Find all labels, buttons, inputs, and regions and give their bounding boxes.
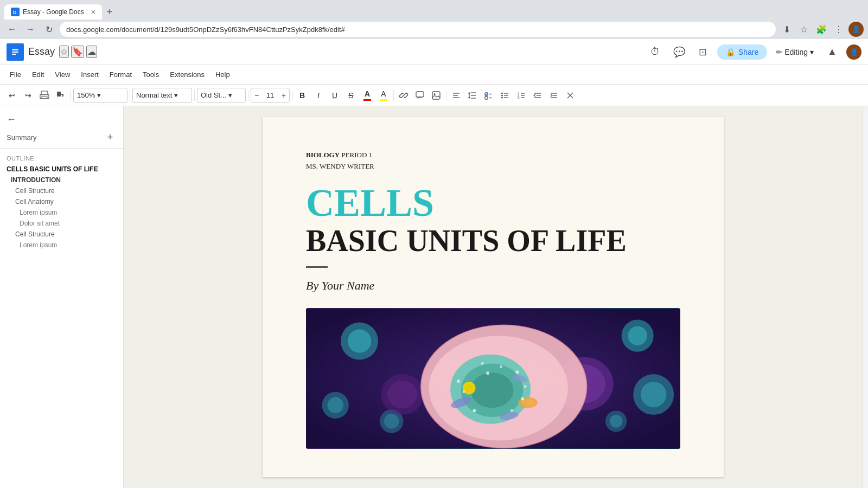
bold-btn[interactable]: B (295, 88, 310, 103)
indent-less-btn[interactable] (530, 88, 545, 103)
indent-more-btn[interactable] (546, 88, 561, 103)
new-tab-btn[interactable]: + (102, 4, 117, 20)
collapse-btn[interactable]: ▲ (822, 42, 842, 62)
outline-item-3[interactable]: Cell Structure (0, 185, 123, 196)
summary-add-btn[interactable]: + (104, 131, 117, 144)
back-nav-btn[interactable]: ← (4, 22, 20, 37)
zoom-selector[interactable]: 150% ▾ (73, 88, 127, 103)
star-btn[interactable]: ☆ (59, 46, 69, 58)
app-bar: Essay ☆ 🔖 ☁ ⏱ 💬 ⊡ 🔒 Share ✏ Editing ▾ ▲ … (0, 39, 868, 65)
outline-item-4[interactable]: Cell Anatomy (0, 196, 123, 207)
highlight-btn[interactable]: A (376, 88, 391, 103)
toolbar: ↩ ↪ 150% ▾ Normal text ▾ Old St... ▾ − 1… (0, 85, 868, 106)
svg-rect-11 (416, 92, 424, 97)
outline-item-1[interactable]: CELLS BASIC UNITS OF LIFE (0, 164, 123, 175)
outline-item-6[interactable]: Dolor sit amet (0, 218, 123, 229)
active-tab[interactable]: D Essay - Google Docs × (4, 4, 102, 20)
svg-point-79 (473, 409, 476, 412)
refresh-btn[interactable]: ↻ (41, 22, 56, 37)
doc-meta: BIOLOGY PERIOD 1 MS. WENDY WRITER (306, 150, 680, 172)
separator-2 (130, 90, 130, 101)
line-spacing-btn[interactable] (465, 88, 480, 103)
history-btn[interactable]: ⏱ (646, 42, 665, 62)
clear-format-btn[interactable] (563, 88, 578, 103)
paint-format-btn[interactable] (53, 88, 68, 103)
font-size-control: − 11 + (251, 88, 290, 103)
menu-extensions[interactable]: Extensions (164, 68, 210, 81)
menu-edit[interactable]: Edit (27, 68, 49, 81)
italic-btn[interactable]: I (311, 88, 326, 103)
highlight-a: A (381, 89, 386, 98)
print-btn[interactable] (37, 88, 52, 103)
link-btn[interactable] (396, 88, 411, 103)
menu-tools[interactable]: Tools (137, 68, 164, 81)
increase-font-btn[interactable]: + (278, 88, 289, 103)
comment-btn[interactable]: 💬 (669, 42, 689, 62)
share-button[interactable]: 🔒 Share (717, 44, 767, 60)
zoom-value: 150% (77, 91, 95, 99)
bookmark-doc-btn[interactable]: 🔖 (71, 46, 84, 58)
svg-point-81 (457, 380, 460, 383)
font-size-value[interactable]: 11 (262, 91, 278, 99)
menu-file[interactable]: File (4, 68, 27, 81)
menu-help[interactable]: Help (210, 68, 235, 81)
document-page: BIOLOGY PERIOD 1 MS. WENDY WRITER CELLS … (263, 117, 724, 477)
address-bar[interactable]: docs.google.com/document/d/129s9udt5OnpD… (60, 22, 776, 37)
text-color-swatch (363, 99, 371, 101)
cloud-save-btn[interactable]: ☁ (86, 46, 97, 58)
present-btn[interactable]: ⊡ (693, 42, 713, 62)
svg-rect-5 (12, 54, 16, 55)
user-avatar[interactable]: 👤 (846, 44, 861, 60)
forward-nav-btn[interactable]: → (23, 22, 38, 37)
outline-label: Outline (0, 153, 123, 164)
svg-point-46 (348, 330, 371, 353)
undo-btn[interactable]: ↩ (4, 88, 20, 103)
align-btn[interactable] (449, 88, 464, 103)
outline-item-8[interactable]: Lorem ipsum (0, 240, 123, 251)
text-style-selector[interactable]: Normal text ▾ (132, 88, 192, 103)
checklist-btn[interactable] (481, 88, 496, 103)
share-label: Share (738, 48, 758, 56)
underline-btn[interactable]: U (327, 88, 342, 103)
tab-close-btn[interactable]: × (91, 8, 95, 16)
extensions-icon[interactable]: 🧩 (814, 22, 829, 37)
svg-rect-4 (12, 52, 18, 53)
menu-format[interactable]: Format (104, 68, 137, 81)
document-title-cells: CELLS (306, 183, 680, 222)
separator-1 (71, 90, 71, 101)
outline-item-5[interactable]: Lorem ipsum (0, 207, 123, 218)
right-scrollbar[interactable] (863, 106, 868, 488)
font-family-selector[interactable]: Old St... ▾ (197, 88, 246, 103)
redo-btn[interactable]: ↪ (21, 88, 36, 103)
image-toolbar-btn[interactable] (429, 88, 444, 103)
main-area: ← Summary + Outline CELLS BASIC UNITS OF… (0, 106, 868, 488)
svg-point-76 (524, 386, 527, 388)
download-icon[interactable]: ⬇ (779, 22, 794, 37)
comment-toolbar-btn[interactable] (412, 88, 427, 103)
outline-item-7[interactable]: Cell Structure (0, 229, 123, 240)
bookmark-icon[interactable]: ☆ (796, 22, 812, 37)
menu-insert[interactable]: Insert (75, 68, 104, 81)
outline-item-2[interactable]: INTRODUCTION (0, 175, 123, 185)
svg-point-48 (628, 326, 647, 345)
app-logo (7, 43, 24, 61)
sidebar-back-btn[interactable]: ← (7, 114, 16, 125)
menu-bar: File Edit View Insert Format Tools Exten… (0, 65, 868, 85)
bullet-list-btn[interactable] (497, 88, 513, 103)
svg-rect-8 (42, 97, 47, 99)
document-area[interactable]: BIOLOGY PERIOD 1 MS. WENDY WRITER CELLS … (124, 106, 863, 488)
browser-avatar[interactable]: 👤 (848, 22, 864, 37)
more-icon[interactable]: ⋮ (831, 22, 846, 37)
strikethrough-btn[interactable]: S (343, 88, 359, 103)
svg-point-77 (521, 397, 524, 401)
svg-point-65 (471, 373, 514, 408)
svg-rect-24 (485, 97, 488, 99)
document-title[interactable]: Essay (28, 46, 55, 57)
decrease-font-btn[interactable]: − (251, 88, 262, 103)
separator-3 (194, 90, 195, 101)
editing-mode-btn[interactable]: ✏ Editing ▾ (771, 46, 818, 59)
svg-rect-9 (57, 92, 61, 97)
text-color-btn[interactable]: A (360, 88, 375, 103)
menu-view[interactable]: View (49, 68, 75, 81)
numbered-list-btn[interactable]: 1.2.3. (514, 88, 529, 103)
